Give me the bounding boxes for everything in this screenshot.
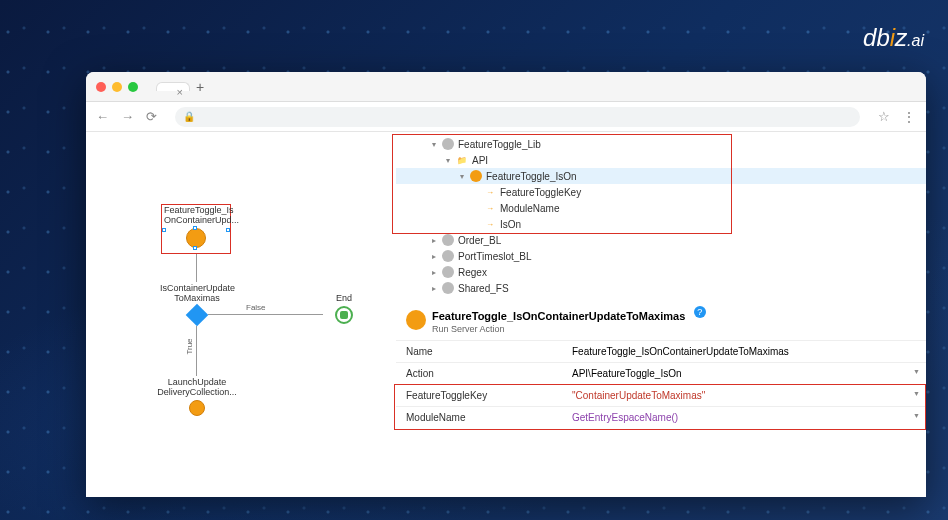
gray-icon [442, 234, 454, 246]
tree-item[interactable]: ▸Regex [396, 264, 926, 280]
window-controls[interactable] [96, 82, 138, 92]
detail-title: FeatureToggle_IsOnContainerUpdateToMaxim… [432, 310, 685, 322]
property-value[interactable]: FeatureToggle_IsOnContainerUpdateToMaxim… [566, 346, 926, 357]
new-tab-button[interactable]: + [196, 79, 204, 95]
lock-icon: 🔒 [183, 111, 195, 122]
back-icon[interactable]: ← [96, 109, 109, 124]
property-value[interactable]: "ContainerUpdateToMaximas"▼ [566, 390, 926, 401]
detail-header: FeatureToggle_IsOnContainerUpdateToMaxim… [396, 300, 926, 340]
node-label: IsContainerUpdate ToMaximas [160, 284, 234, 304]
address-input[interactable]: 🔒 [175, 107, 860, 127]
action-icon [186, 228, 206, 248]
flow-edge [196, 254, 197, 282]
forward-icon[interactable]: → [121, 109, 134, 124]
flow-node-featuretoggle[interactable]: FeatureToggle_Is OnContainerUpd... [164, 206, 228, 248]
minimize-icon[interactable] [112, 82, 122, 92]
action-icon [406, 310, 426, 330]
tree-item[interactable]: ▸PortTimeslot_BL [396, 248, 926, 264]
action-icon [189, 400, 205, 416]
tree-item[interactable]: ▸Order_BL [396, 232, 926, 248]
expand-icon[interactable]: ▸ [432, 236, 442, 245]
tree-label: Shared_FS [458, 283, 509, 294]
close-icon[interactable] [96, 82, 106, 92]
expand-icon[interactable]: ▸ [432, 284, 442, 293]
node-label: End [324, 294, 364, 304]
edge-label-true: True [185, 338, 194, 354]
property-row: ActionAPI\FeatureToggle_IsOn▼ [396, 362, 926, 384]
flow-edge [196, 326, 197, 376]
browser-tab[interactable]: × [156, 82, 190, 91]
tree-item[interactable]: ▸Shared_FS [396, 280, 926, 296]
flow-node-end[interactable]: End [324, 294, 364, 324]
titlebar: × + [86, 72, 926, 102]
properties-table: NameFeatureToggle_IsOnContainerUpdateToM… [396, 340, 926, 428]
gray-icon [442, 282, 454, 294]
url-bar: ← → ⟳ 🔒 ☆ ⋮ [86, 102, 926, 132]
property-value[interactable]: GetEntryEspaceName()▼ [566, 412, 926, 423]
tree-label: Order_BL [458, 235, 501, 246]
dropdown-icon[interactable]: ▼ [913, 368, 920, 375]
node-label: FeatureToggle_Is OnContainerUpd... [164, 206, 228, 226]
node-label: LaunchUpdate DeliveryCollection... [156, 378, 238, 398]
edge-label-false: False [246, 303, 266, 312]
maximize-icon[interactable] [128, 82, 138, 92]
flow-canvas[interactable]: FeatureToggle_Is OnContainerUpd... IsCon… [86, 132, 396, 497]
end-icon [335, 306, 353, 324]
flow-node-decision[interactable]: IsContainerUpdate ToMaximas [160, 284, 234, 326]
tree-label: PortTimeslot_BL [458, 251, 532, 262]
property-row: NameFeatureToggle_IsOnContainerUpdateToM… [396, 340, 926, 362]
close-tab-icon[interactable]: × [177, 86, 183, 98]
link-icon [442, 266, 454, 278]
expand-icon[interactable]: ▸ [432, 252, 442, 261]
browser-window: × + ← → ⟳ 🔒 ☆ ⋮ FeatureToggle_Is OnConta… [86, 72, 926, 497]
property-value[interactable]: API\FeatureToggle_IsOn▼ [566, 368, 926, 379]
bookmark-icon[interactable]: ☆ [878, 109, 890, 124]
dropdown-icon[interactable]: ▼ [913, 412, 920, 419]
tree-label: Regex [458, 267, 487, 278]
dropdown-icon[interactable]: ▼ [913, 390, 920, 397]
help-icon[interactable]: ? [694, 306, 706, 318]
module-tree[interactable]: ▾FeatureToggle_Lib▾📁API▾FeatureToggle_Is… [396, 132, 926, 300]
detail-subtitle: Run Server Action [432, 324, 706, 334]
brand-logo: dbiz.ai [863, 24, 924, 52]
menu-icon[interactable]: ⋮ [902, 109, 916, 125]
flow-edge [208, 314, 323, 315]
gray-icon [442, 250, 454, 262]
properties-panel: ▾FeatureToggle_Lib▾📁API▾FeatureToggle_Is… [396, 132, 926, 497]
decision-icon [186, 303, 209, 326]
expand-icon[interactable]: ▸ [432, 268, 442, 277]
property-label: Action [396, 368, 566, 379]
reload-icon[interactable]: ⟳ [146, 109, 157, 124]
property-label: Name [396, 346, 566, 357]
flow-node-launch[interactable]: LaunchUpdate DeliveryCollection... [156, 378, 238, 416]
tree-highlight [392, 134, 732, 234]
